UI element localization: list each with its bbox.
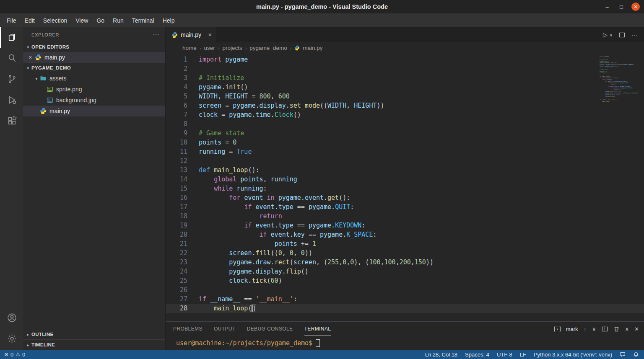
menu-selection[interactable]: Selection xyxy=(39,13,72,27)
maximize-panel-icon[interactable]: ∧ xyxy=(625,326,629,332)
code-line-20[interactable]: 20 if event.key == pygame.K_SPACE: xyxy=(166,230,644,239)
explorer-icon xyxy=(7,32,17,44)
code-line-11[interactable]: 11running = True xyxy=(166,147,644,156)
code-line-18[interactable]: 18 return xyxy=(166,212,644,221)
code-line-14[interactable]: 14 global points, running xyxy=(166,175,644,184)
code-line-21[interactable]: 21 points += 1 xyxy=(166,239,644,248)
line-number: 5 xyxy=(166,92,187,101)
chevron-down-icon: ▾ xyxy=(25,45,31,49)
code-line-6[interactable]: 6screen = pygame.display.set_mode((WIDTH… xyxy=(166,101,644,110)
run-button[interactable]: ▷ xyxy=(603,31,608,38)
tree-item-assets[interactable]: ▾assets xyxy=(23,73,165,84)
run-dropdown-icon[interactable]: ∨ xyxy=(610,33,613,37)
tab-main-py[interactable]: main.py ✕ xyxy=(166,27,216,42)
menu-go[interactable]: Go xyxy=(92,13,109,27)
breadcrumb-item-user[interactable]: user xyxy=(204,45,215,51)
activity-run-debug[interactable] xyxy=(0,90,23,111)
minimap[interactable]: import pygame# Initializepygame.init()WI… xyxy=(600,55,638,102)
code-line-4[interactable]: 4pygame.init() xyxy=(166,83,644,92)
close-button[interactable]: ✕ xyxy=(631,3,640,11)
breadcrumb-item-pygame_demo[interactable]: pygame_demo xyxy=(249,45,287,51)
code-line-19[interactable]: 19 if event.type == pygame.KEYDOWN: xyxy=(166,221,644,230)
code-line-12[interactable]: 12 xyxy=(166,156,644,165)
code-line-16[interactable]: 16 for event in pygame.event.get(): xyxy=(166,193,644,202)
tree-item-main.py[interactable]: main.py xyxy=(23,106,165,116)
menu-help[interactable]: Help xyxy=(158,13,179,27)
kill-terminal-icon[interactable] xyxy=(613,326,620,332)
activity-settings[interactable] xyxy=(0,329,23,350)
code-line-24[interactable]: 24 pygame.display.flip() xyxy=(166,267,644,276)
code-line-9[interactable]: 9# Game state xyxy=(166,129,644,138)
code-line-7[interactable]: 7clock = pygame.time.Clock() xyxy=(166,110,644,119)
close-icon[interactable]: ✕ xyxy=(26,55,34,60)
menu-edit[interactable]: Edit xyxy=(21,13,39,27)
activity-account[interactable] xyxy=(0,308,23,329)
minimize-button[interactable]: – xyxy=(603,3,611,11)
chevron-right-icon: › xyxy=(245,46,247,51)
panel-tab-problems[interactable]: PROBLEMS xyxy=(173,322,203,336)
outline-label: OUTLINE xyxy=(31,332,54,337)
split-editor-icon[interactable] xyxy=(619,32,625,38)
maximize-button[interactable]: □ xyxy=(617,3,626,11)
activity-explorer[interactable] xyxy=(0,27,23,48)
problems-indicator[interactable]: ⊗ 0 ⚠ 0 xyxy=(4,351,25,358)
activity-source-control[interactable] xyxy=(0,69,23,90)
code-line-26[interactable]: 26 xyxy=(166,285,644,294)
code-line-22[interactable]: 22 screen.fill((0, 0, 0)) xyxy=(166,248,644,258)
close-icon[interactable]: ✕ xyxy=(208,32,212,38)
close-panel-icon[interactable]: ✕ xyxy=(634,326,639,332)
code-line-13[interactable]: 13def main_loop(): xyxy=(166,165,644,175)
breadcrumb-item-projects[interactable]: projects xyxy=(222,45,242,51)
code-line-28[interactable]: 28 main_loop() xyxy=(166,304,644,313)
timeline-header[interactable]: ▸ TIMELINE xyxy=(23,339,165,350)
project-header[interactable]: ▾ PYGAME_DEMO xyxy=(23,63,165,73)
more-actions-icon[interactable]: ⋯ xyxy=(153,31,159,39)
cursor-position[interactable]: Ln 28, Col 18 xyxy=(425,351,457,358)
code-line-3[interactable]: 3# Initialize xyxy=(166,73,644,83)
code-area[interactable]: 1import pygame23# Initialize4pygame.init… xyxy=(166,54,644,321)
code-line-23[interactable]: 23 pygame.draw.rect(screen, (255,0,0), (… xyxy=(166,258,644,267)
code-line-27[interactable]: 27if __name__ == '__main__': xyxy=(166,294,644,304)
chevron-down-icon: ▾ xyxy=(33,76,40,81)
encoding[interactable]: UTF-8 xyxy=(497,351,512,358)
breadcrumb-item-main.py[interactable]: main.py xyxy=(303,45,322,51)
line-number: 23 xyxy=(166,258,187,267)
terminal-dropdown-icon[interactable]: ∨ xyxy=(592,326,596,332)
code-line-1[interactable]: 1import pygame xyxy=(166,55,644,64)
editor-actions: ▷ ∨ ⋯ xyxy=(603,27,644,42)
activity-extensions[interactable] xyxy=(0,111,23,132)
terminal[interactable]: user@machine:~/projects/pygame_demo$ xyxy=(166,336,644,350)
code-line-8[interactable]: 8 xyxy=(166,119,644,129)
code-line-25[interactable]: 25 clock.tick(60) xyxy=(166,276,644,285)
new-terminal-button[interactable]: + xyxy=(583,326,587,332)
python-interpreter[interactable]: Python 3.x.x 64-bit ('venv': venv) xyxy=(534,351,612,358)
panel-tab-terminal[interactable]: TERMINAL xyxy=(304,322,331,336)
menu-view[interactable]: View xyxy=(71,13,92,27)
menu-run[interactable]: Run xyxy=(109,13,128,27)
menu-file[interactable]: File xyxy=(3,13,21,27)
python-icon xyxy=(171,32,178,38)
split-terminal-icon[interactable] xyxy=(602,326,608,332)
code-line-15[interactable]: 15 while running: xyxy=(166,184,644,193)
panel-tab-output[interactable]: OUTPUT xyxy=(214,322,236,336)
panel-tab-debug-console[interactable]: DEBUG CONSOLE xyxy=(247,322,293,336)
tree-item-sprite.png[interactable]: sprite.png xyxy=(23,84,165,95)
menu-terminal[interactable]: Terminal xyxy=(128,13,158,27)
breadcrumb-item-home[interactable]: home xyxy=(182,45,197,51)
open-editors-header[interactable]: ▾ OPEN EDITORS xyxy=(23,42,165,52)
code-line-10[interactable]: 10points = 0 xyxy=(166,138,644,147)
eol[interactable]: LF xyxy=(520,351,526,358)
error-count: 0 xyxy=(10,351,13,358)
code-line-17[interactable]: 17 if event.type == pygame.QUIT: xyxy=(166,202,644,212)
code-line-2[interactable]: 2 xyxy=(166,64,644,73)
open-editor-main.py[interactable]: ✕main.py xyxy=(23,52,165,63)
terminal-profile-label[interactable]: mark xyxy=(566,326,578,332)
tree-item-background.jpg[interactable]: background.jpg xyxy=(23,95,165,106)
activity-search[interactable] xyxy=(0,48,23,69)
more-actions-icon[interactable]: ⋯ xyxy=(631,31,637,38)
indentation[interactable]: Spaces: 4 xyxy=(465,351,489,358)
outline-header[interactable]: ▸ OUTLINE xyxy=(23,329,165,339)
code-line-5[interactable]: 5WIDTH, HEIGHT = 800, 600 xyxy=(166,92,644,101)
breadcrumb: home›user›projects›pygame_demo›main.py xyxy=(166,42,644,54)
line-number: 22 xyxy=(166,248,187,258)
